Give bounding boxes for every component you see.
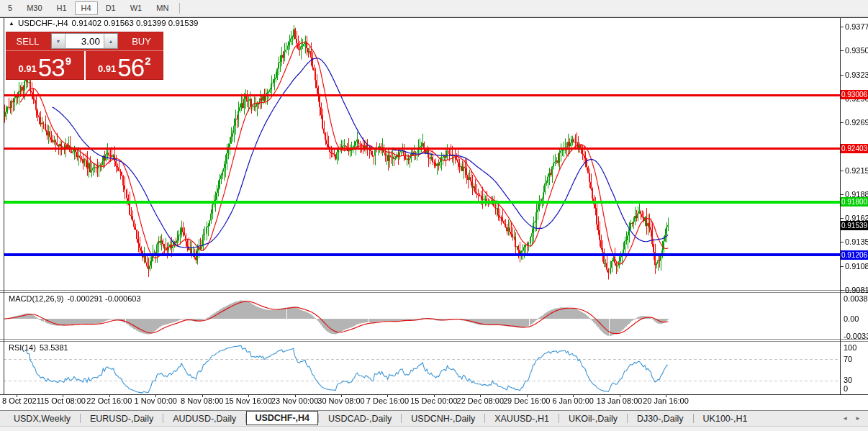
buy-price[interactable]: 0.91 56 2 (86, 51, 164, 80)
time-axis-label: 22 Dec 08:00 (457, 396, 504, 405)
sell-price-big-digits: 53 (38, 58, 65, 78)
time-axis-label: 20 Jan 16:00 (643, 396, 689, 405)
price-tag-091800: 0.91800 (841, 197, 868, 207)
timeframe-button-h1[interactable]: H1 (50, 1, 73, 15)
macd-axis-label: 0.00382 (844, 294, 868, 303)
buy-price-prefix: 0.91 (98, 63, 116, 74)
time-axis-label: 15 Nov 16:00 (225, 396, 271, 405)
time-axis-label: 23 Nov 00:00 (271, 396, 318, 405)
sell-button[interactable]: SELL (6, 32, 50, 50)
one-click-trading-panel: SELL ▼ 3.00 ▲ BUY 0.91 53 9 0.91 56 2 (6, 32, 163, 80)
tab-scroll-right-icon[interactable]: ► (855, 415, 861, 422)
status-bar (0, 426, 868, 431)
volume-input[interactable]: 3.00 (65, 34, 104, 48)
time-axis-label: 22 Oct 16:00 (86, 396, 132, 405)
chevron-down-icon: ▼ (56, 39, 61, 44)
price-tag-093006: 0.93006 (841, 90, 868, 99)
rsi-axis-label: 0 (844, 384, 848, 393)
macd-pane-label: MACD(12,26,9) -0.000291 -0.000603 (9, 294, 141, 303)
macd-indicator-values: -0.000291 -0.000603 (67, 294, 140, 303)
tab-audusd-daily[interactable]: AUDUSD-,Daily (163, 412, 245, 425)
buy-button[interactable]: BUY (119, 32, 163, 50)
price-tick-label: 0.91350 (845, 237, 868, 246)
toolbar-divider (179, 3, 180, 14)
sell-price-prefix: 0.91 (18, 63, 36, 74)
time-axis-label: 29 Dec 16:00 (503, 396, 550, 405)
time-axis-label: 8 Nov 08:00 (181, 396, 223, 405)
volume-stepper: ▼ 3.00 ▲ (51, 33, 118, 49)
chevron-up-icon: ▲ (109, 39, 114, 44)
chart-ohlc-values: 0.91402 0.91563 0.91399 0.91539 (72, 19, 199, 27)
volume-decrease-button[interactable]: ▼ (52, 34, 65, 48)
trading-terminal-window: 5M30H1H4D1W1MN ▲ USDCHF-,H4 0.91402 0.91… (0, 0, 868, 431)
timeframe-button-5[interactable]: 5 (1, 1, 19, 15)
timeframe-button-m30[interactable]: M30 (20, 1, 48, 15)
price-tick-label: 0.92155 (845, 166, 868, 175)
time-axis-label: 6 Jan 00:00 (552, 396, 594, 405)
price-tag-092403: 0.92403 (841, 144, 868, 153)
chart-title: ▲ USDCHF-,H4 0.91402 0.91563 0.91399 0.9… (9, 19, 198, 27)
tab-dj30-daily[interactable]: DJ30-,Daily (628, 412, 693, 425)
price-tag-091206: 0.91206 (841, 250, 868, 260)
trade-panel-price-row: 0.91 53 9 0.91 56 2 (6, 51, 163, 80)
tab-usdx-weekly[interactable]: USDX,Weekly (4, 412, 80, 425)
price-tick-label: 0.93235 (845, 71, 868, 79)
macd-indicator-name: MACD(12,26,9) (9, 294, 63, 303)
price-tick-label: 0.93775 (845, 22, 868, 31)
rsi-pane-label: RSI(14) 53.5381 (9, 343, 68, 352)
chart-symbol-label: USDCHF-,H4 (18, 19, 68, 27)
symbol-tabs: USDX,WeeklyEURUSD-,DailyAUDUSD-,DailyUSD… (4, 412, 756, 425)
symbol-tabbar: USDX,WeeklyEURUSD-,DailyAUDUSD-,DailyUSD… (0, 410, 868, 426)
time-axis-label: 1 Nov 00:00 (135, 396, 177, 405)
tab-ukoil-daily[interactable]: UKOil-,Daily (559, 412, 627, 425)
tab-usdcad-daily[interactable]: USDCAD-,Daily (319, 412, 401, 425)
tab-usdcnh-daily[interactable]: USDCNH-,Daily (402, 412, 484, 425)
rsi-indicator-name: RSI(14) (9, 343, 36, 352)
timeframe-toolbar: 5M30H1H4D1W1MN (0, 0, 868, 17)
rsi-axis-label: 70 (844, 355, 852, 363)
timeframe-buttons: 5M30H1H4D1W1MN (1, 1, 176, 15)
time-axis-label: 30 Nov 08:00 (317, 396, 364, 405)
timeframe-button-h4[interactable]: H4 (75, 1, 98, 15)
trade-panel-top-row: SELL ▼ 3.00 ▲ BUY (6, 32, 163, 51)
price-tick-label: 0.91080 (845, 262, 868, 271)
price-tick-label: 0.92695 (845, 118, 868, 127)
rsi-axis-label: 100 (844, 343, 856, 352)
tab-scroll-left-icon[interactable]: ◄ (842, 415, 848, 422)
price-tick-label: 0.93505 (845, 46, 868, 55)
sell-price-pipette: 9 (65, 55, 71, 67)
buy-price-big-digits: 56 (117, 58, 144, 78)
time-axis-label: 7 Dec 16:00 (366, 396, 409, 405)
macd-axis-label: 0.00 (844, 314, 859, 323)
time-axis-label: 8 Oct 2021 (2, 396, 41, 405)
collapse-panel-icon[interactable]: ▲ (9, 20, 14, 27)
time-axis-label: 15 Dec 00:00 (410, 396, 457, 405)
sell-price[interactable]: 0.91 53 9 (6, 51, 86, 80)
price-tick-label: 0.90810 (845, 286, 868, 294)
macd-axis-label: -0.0033 (844, 332, 868, 340)
buy-price-pipette: 2 (145, 55, 150, 67)
timeframe-button-d1[interactable]: D1 (99, 1, 122, 15)
timeframe-button-mn[interactable]: MN (150, 1, 175, 15)
tab-xauusd-h1[interactable]: XAUUSD-,H1 (485, 412, 559, 425)
tab-uk100-h1[interactable]: UK100-,H1 (694, 412, 757, 425)
rsi-axis-label: 30 (844, 376, 852, 384)
tab-scroll-controls: ◄ ► (842, 415, 868, 422)
tab-eurusd-daily[interactable]: EURUSD-,Daily (81, 412, 163, 425)
volume-increase-button[interactable]: ▲ (104, 34, 117, 48)
time-axis-label: 13 Jan 08:00 (597, 396, 643, 405)
time-axis-label: 15 Oct 08:00 (40, 396, 86, 405)
rsi-indicator-value: 53.5381 (40, 343, 68, 352)
price-tag-091539: 0.91539 (841, 221, 868, 230)
tab-usdchf-h4[interactable]: USDCHF-,H4 (246, 411, 318, 425)
timeframe-button-w1[interactable]: W1 (124, 1, 149, 15)
